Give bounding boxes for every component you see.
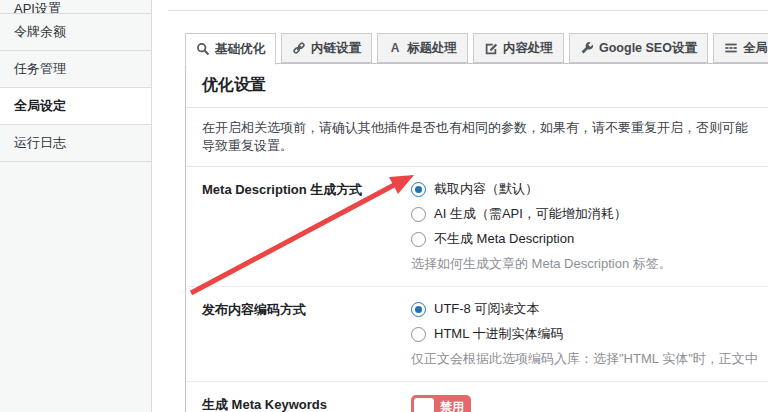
sidebar-item-task-management[interactable]: 任务管理 (0, 51, 151, 88)
tab-basic-optimization[interactable]: 基础优化 (185, 33, 276, 65)
sidebar-item-token-balance[interactable]: 令牌余额 (0, 14, 151, 51)
field-label: 发布内容编码方式 (202, 300, 411, 368)
radio-label: UTF-8 可阅读文本 (434, 300, 539, 318)
radio-option-utf8[interactable]: UTF-8 可阅读文本 (411, 300, 758, 318)
radio-option-ai-generate[interactable]: AI 生成（需API，可能增加消耗） (411, 205, 758, 223)
radio-option-no-meta-description[interactable]: 不生成 Meta Description (411, 230, 758, 248)
field-content-encoding: 发布内容编码方式 UTF-8 可阅读文本 HTML 十进制实体编码 仅正文会根据… (186, 287, 768, 382)
sidebar-item-run-logs[interactable]: 运行日志 (0, 125, 151, 162)
radio-icon (411, 182, 426, 197)
tab-label: Google SEO设置 (599, 40, 697, 57)
lines-icon (724, 41, 738, 55)
radio-icon (411, 327, 426, 342)
sidebar-item-label: 任务管理 (14, 60, 66, 78)
tab-title-processing[interactable]: A 标题处理 (377, 33, 468, 63)
field-label: 生成 Meta Keywords (202, 395, 411, 412)
sidebar-item-label: 运行日志 (14, 134, 66, 152)
radio-option-truncate-content[interactable]: 截取内容（默认） (411, 180, 758, 198)
sidebar-item-label: 令牌余额 (14, 23, 66, 41)
radio-icon (411, 302, 426, 317)
link-icon (292, 41, 306, 55)
field-label: Meta Description 生成方式 (202, 180, 411, 273)
edit-icon (484, 41, 498, 55)
radio-option-html-entity[interactable]: HTML 十进制实体编码 (411, 325, 758, 343)
meta-keywords-toggle[interactable]: 禁用 (411, 395, 471, 412)
tab-internal-links[interactable]: 内链设置 (281, 33, 372, 63)
settings-tab-bar: 基础优化 内链设置 A 标题处理 内容处理 Google SEO设置 全局内容插… (185, 33, 768, 65)
tab-label: 标题处理 (407, 40, 457, 57)
tab-label: 全局内容插 (743, 40, 768, 57)
tab-label: 基础优化 (215, 41, 265, 58)
settings-sidebar: API设置 令牌余额 任务管理 全局设定 运行日志 (0, 0, 152, 412)
radio-label: 截取内容（默认） (434, 180, 538, 198)
field-meta-description-mode: Meta Description 生成方式 截取内容（默认） AI 生成（需AP… (186, 167, 768, 287)
toggle-knob (414, 398, 434, 412)
sidebar-item-api-settings[interactable]: API设置 (0, 0, 151, 14)
page-title: 优化设置 (186, 64, 768, 108)
sidebar-item-label: API设置 (14, 0, 61, 14)
radio-label: 不生成 Meta Description (434, 230, 574, 248)
field-help: 仅正文会根据此选项编码入库：选择"HTML 实体"时，正文中的非 ASCII 字… (411, 350, 758, 368)
tab-content-processing[interactable]: 内容处理 (473, 33, 564, 63)
top-divider (168, 10, 768, 11)
sidebar-item-global-settings[interactable]: 全局设定 (0, 88, 151, 125)
optimization-settings-panel: 优化设置 在开启相关选项前，请确认其他插件是否也有相同的参数，如果有，请不要重复… (185, 63, 768, 412)
tab-google-seo[interactable]: Google SEO设置 (569, 33, 708, 63)
radio-icon (411, 207, 426, 222)
field-help: 选择如何生成文章的 Meta Description 标签。 (411, 255, 758, 273)
toggle-state-label: 禁用 (440, 399, 464, 412)
radio-label: AI 生成（需API，可能增加消耗） (434, 205, 627, 223)
settings-notice: 在开启相关选项前，请确认其他插件是否也有相同的参数，如果有，请不要重复开启，否则… (186, 108, 768, 167)
wrench-icon (580, 41, 594, 55)
tab-global-content-insert[interactable]: 全局内容插 (713, 33, 768, 63)
sidebar-item-label: 全局设定 (14, 97, 66, 115)
tab-label: 内链设置 (311, 40, 361, 57)
letter-a-icon: A (388, 41, 402, 55)
radio-icon (411, 232, 426, 247)
search-icon (196, 42, 210, 56)
tab-label: 内容处理 (503, 40, 553, 57)
radio-label: HTML 十进制实体编码 (434, 325, 564, 343)
field-meta-keywords: 生成 Meta Keywords 禁用 是否生成 Meta Keywords 标… (186, 382, 768, 412)
